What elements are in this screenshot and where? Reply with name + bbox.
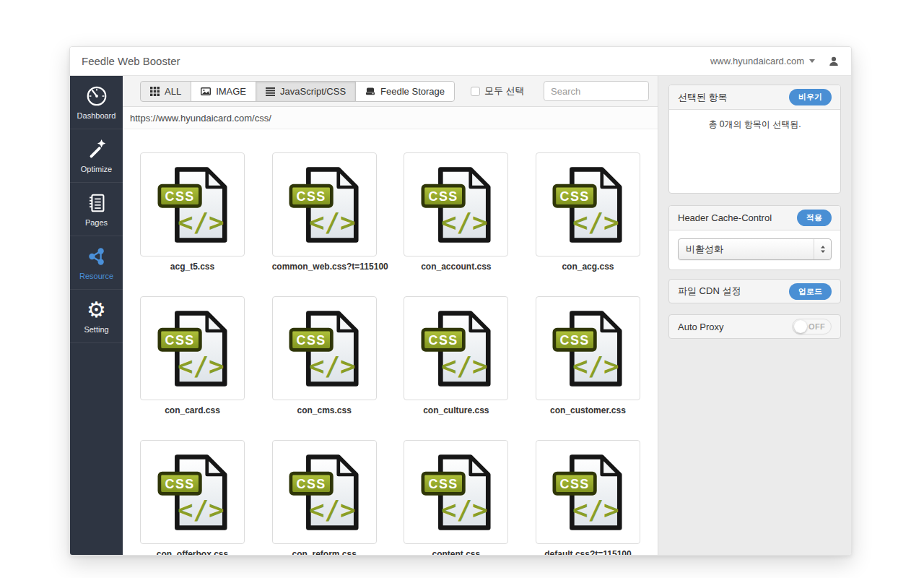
sidebar-item-resource[interactable]: Resource <box>70 236 123 290</box>
sidebar-item-pages[interactable]: Pages <box>70 183 123 236</box>
checkbox-icon <box>471 87 480 96</box>
file-card[interactable]: CSS </> <box>272 296 377 400</box>
css-file-icon: CSS </> <box>550 452 625 533</box>
filter-button-group: ALL IMAGE <box>140 81 455 102</box>
select-all-checkbox[interactable]: 모두 선택 <box>471 85 525 98</box>
list-icon <box>266 87 275 96</box>
share-icon <box>85 245 108 268</box>
sidebar-item-optimize[interactable]: Optimize <box>70 129 123 183</box>
file-card[interactable]: CSS </> <box>536 296 640 400</box>
svg-text:</>: </> <box>177 351 224 381</box>
file-tile[interactable]: CSS </> con_offerbox.css <box>140 440 245 555</box>
file-name: con_culture.css <box>404 405 508 415</box>
svg-text:</>: </> <box>309 207 356 237</box>
sidebar-item-label: Resource <box>79 272 113 280</box>
file-tile[interactable]: CSS </> con_reform.css <box>272 440 377 555</box>
image-icon <box>201 87 211 96</box>
filter-storage-button[interactable]: Feedle Storage <box>355 81 455 102</box>
file-tile[interactable]: CSS </> con_acg.css <box>536 152 640 272</box>
filter-jscss-button[interactable]: JavaScript/CSS <box>256 81 356 102</box>
file-card[interactable]: CSS </> <box>140 152 245 256</box>
wand-icon <box>85 138 108 161</box>
file-tile[interactable]: CSS </> con_cms.css <box>272 296 377 415</box>
cache-control-select-value: 비활성화 <box>686 243 814 256</box>
site-selector-dropdown[interactable]: www.hyundaicard.com <box>710 56 815 66</box>
file-tile[interactable]: CSS </> con_account.css <box>404 152 508 272</box>
file-grid: CSS </> acg_t5.css CSS </> common_web.cs… <box>123 129 658 555</box>
select-spinner-icon <box>814 239 831 259</box>
toolbar: ALL IMAGE <box>123 76 658 107</box>
svg-text:</>: </> <box>309 495 356 525</box>
settings-panel: 선택된 항목 비우기 총 0개의 항목이 선택됨. Header Cache-C… <box>658 76 851 555</box>
filter-image-button[interactable]: IMAGE <box>191 81 256 102</box>
filter-all-button[interactable]: ALL <box>140 81 191 102</box>
css-file-icon: CSS </> <box>550 308 625 389</box>
css-file-icon: CSS </> <box>419 308 494 389</box>
svg-text:CSS: CSS <box>165 332 194 347</box>
main-content: ALL IMAGE <box>123 76 658 555</box>
svg-text:CSS: CSS <box>165 189 194 203</box>
file-card[interactable]: CSS </> <box>404 152 508 256</box>
file-name: content.css <box>404 549 508 555</box>
file-card[interactable]: CSS </> <box>404 440 508 544</box>
file-tile[interactable]: CSS </> default.css?t=115100 <box>536 440 640 555</box>
clear-selection-button[interactable]: 비우기 <box>789 89 832 105</box>
cdn-settings-title: 파일 CDN 설정 <box>678 285 741 298</box>
file-name: common_web.css?t=115100 <box>272 262 377 272</box>
svg-text:CSS: CSS <box>428 332 458 347</box>
toggle-knob <box>794 320 807 333</box>
sidebar-item-label: Dashboard <box>77 111 116 120</box>
svg-text:CSS: CSS <box>165 476 194 491</box>
svg-text:CSS: CSS <box>297 476 326 491</box>
cache-control-select[interactable]: 비활성화 <box>678 238 832 260</box>
grid-icon <box>150 87 160 96</box>
file-card[interactable]: CSS </> <box>536 440 640 544</box>
auto-proxy-title: Auto Proxy <box>678 322 724 332</box>
app-title: Feedle Web Booster <box>82 55 180 67</box>
svg-text:</>: </> <box>441 207 488 237</box>
apply-button[interactable]: 적용 <box>797 210 832 226</box>
user-icon <box>828 56 840 67</box>
upload-button[interactable]: 업로드 <box>789 283 832 300</box>
file-name: con_account.css <box>404 262 508 272</box>
file-tile[interactable]: CSS </> common_web.css?t=115100 <box>272 152 377 272</box>
svg-text:CSS: CSS <box>428 189 458 203</box>
svg-text:CSS: CSS <box>560 189 590 203</box>
gauge-icon <box>85 85 108 108</box>
svg-text:</>: </> <box>572 351 619 381</box>
gear-icon: ⚙ <box>87 298 106 322</box>
svg-text:</>: </> <box>309 351 356 381</box>
svg-text:</>: </> <box>441 351 488 381</box>
file-name: con_acg.css <box>536 262 640 272</box>
file-card[interactable]: CSS </> <box>140 296 245 400</box>
file-card[interactable]: CSS </> <box>404 296 508 400</box>
file-name: con_cms.css <box>272 405 377 415</box>
file-tile[interactable]: CSS </> con_culture.css <box>404 296 508 415</box>
search-input[interactable] <box>544 81 649 101</box>
file-tile[interactable]: CSS </> con_card.css <box>140 296 245 415</box>
cdn-settings-bar: 파일 CDN 설정 업로드 <box>668 279 841 303</box>
svg-text:</>: </> <box>177 495 224 525</box>
svg-text:</>: </> <box>572 495 619 525</box>
file-tile[interactable]: CSS </> con_customer.css <box>536 296 640 415</box>
sidebar-item-label: Optimize <box>81 165 112 173</box>
svg-text:CSS: CSS <box>560 332 590 347</box>
svg-text:</>: </> <box>572 207 619 237</box>
cache-control-panel: Header Cache-Control 적용 비활성화 <box>668 205 841 270</box>
file-name: con_card.css <box>140 405 245 415</box>
file-card[interactable]: CSS </> <box>536 152 640 256</box>
sidebar-item-dashboard[interactable]: Dashboard <box>70 76 123 129</box>
select-all-label: 모두 선택 <box>484 85 525 98</box>
file-tile[interactable]: CSS </> acg_t5.css <box>140 152 245 272</box>
file-card[interactable]: CSS </> <box>272 440 377 544</box>
auto-proxy-toggle[interactable]: OFF <box>792 319 832 335</box>
file-tile[interactable]: CSS </> content.css <box>404 440 508 555</box>
file-card[interactable]: CSS </> <box>272 152 377 256</box>
user-menu-button[interactable] <box>828 56 840 67</box>
file-card[interactable]: CSS </> <box>140 440 245 544</box>
filter-label: IMAGE <box>216 86 246 97</box>
sidebar-item-setting[interactable]: ⚙ Setting <box>70 290 123 343</box>
css-file-icon: CSS </> <box>419 452 494 533</box>
svg-text:CSS: CSS <box>428 476 458 491</box>
auto-proxy-bar: Auto Proxy OFF <box>668 314 841 339</box>
